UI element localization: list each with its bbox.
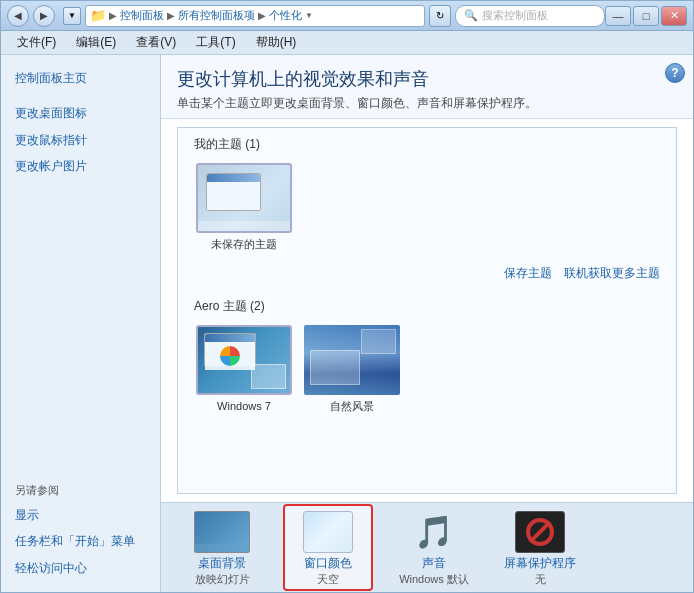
address-sep1: ▶ — [109, 10, 117, 21]
address-sep2: ▶ — [167, 10, 175, 21]
sidebar-link-accessibility[interactable]: 轻松访问中心 — [1, 555, 160, 582]
my-themes-label: 我的主题 (1) — [194, 128, 660, 159]
search-bar[interactable]: 🔍 搜索控制面板 — [455, 5, 605, 27]
sound-icon: 🎵 — [414, 513, 454, 551]
address-sep3: ▶ — [258, 10, 266, 21]
theme-thumbnail-unsaved — [196, 163, 292, 233]
wc-label-sub: 天空 — [317, 572, 339, 587]
search-icon: 🔍 — [464, 9, 478, 22]
title-bar-left: ◀ ▶ ▼ 📁 ▶ 控制面板 ▶ 所有控制面板项 ▶ 个性化 ▼ ↻ 🔍 搜索控… — [7, 5, 605, 27]
aero-themes-grid: Windows 7 自然风景 — [194, 321, 660, 425]
bg-label-main: 桌面背景 — [198, 556, 246, 572]
address-controlpanel[interactable]: 控制面板 — [120, 8, 164, 23]
refresh-button[interactable]: ↻ — [429, 5, 451, 27]
sidebar-link-display[interactable]: 显示 — [1, 502, 160, 529]
themes-area: 我的主题 (1) — [161, 119, 693, 502]
my-themes-grid: 未保存的主题 — [194, 159, 660, 263]
content-header: 更改计算机上的视觉效果和声音 单击某个主题立即更改桌面背景、窗口颜色、声音和屏幕… — [161, 55, 693, 119]
theme-actions: 保存主题 联机获取更多主题 — [194, 263, 660, 290]
sidebar-link-account-pic[interactable]: 更改帐户图片 — [1, 153, 160, 180]
address-icon: 📁 — [90, 8, 106, 23]
menu-edit[interactable]: 编辑(E) — [68, 32, 124, 53]
themes-scroll[interactable]: 我的主题 (1) — [177, 127, 677, 494]
bottom-item-desktop-bg[interactable]: 桌面背景 放映幻灯片 — [177, 508, 267, 587]
theme-label-win7: Windows 7 — [217, 399, 271, 413]
main-area: 控制面板主页 更改桌面图标 更改鼠标指针 更改帐户图片 另请参阅 显示 任务栏和… — [1, 55, 693, 592]
wc-icon — [303, 511, 353, 553]
nature-thumb-win — [310, 350, 360, 385]
ss-label-sub: 无 — [535, 572, 546, 587]
back-button[interactable]: ◀ — [7, 5, 29, 27]
sound-label-main: 声音 — [422, 556, 446, 572]
sidebar-link-taskbar[interactable]: 任务栏和「开始」菜单 — [1, 528, 160, 555]
main-window: ◀ ▶ ▼ 📁 ▶ 控制面板 ▶ 所有控制面板项 ▶ 个性化 ▼ ↻ 🔍 搜索控… — [0, 0, 694, 593]
theme-label-unsaved: 未保存的主题 — [211, 237, 277, 251]
theme-item-windows7[interactable]: Windows 7 — [194, 321, 294, 417]
bottom-bar: 桌面背景 放映幻灯片 窗口颜色 天空 🎵 — [161, 502, 693, 592]
bg-label-sub: 放映幻灯片 — [195, 572, 250, 587]
thumb-desktop — [198, 221, 290, 231]
sound-label-sub: Windows 默认 — [399, 572, 469, 587]
bottom-item-window-color[interactable]: 窗口颜色 天空 — [283, 504, 373, 591]
content-title: 更改计算机上的视觉效果和声音 — [177, 67, 677, 91]
thumb-window — [206, 173, 261, 211]
bg-icon — [194, 511, 250, 553]
also-see-label: 另请参阅 — [1, 469, 160, 502]
menu-view[interactable]: 查看(V) — [128, 32, 184, 53]
menu-help[interactable]: 帮助(H) — [248, 32, 305, 53]
forward-button[interactable]: ▶ — [33, 5, 55, 27]
address-bar[interactable]: 📁 ▶ 控制面板 ▶ 所有控制面板项 ▶ 个性化 ▼ — [85, 5, 425, 27]
bg-icon-container — [194, 508, 250, 556]
bottom-item-sound[interactable]: 🎵 声音 Windows 默认 — [389, 508, 479, 587]
nav-history: ▼ — [63, 7, 81, 25]
search-placeholder: 搜索控制面板 — [482, 8, 548, 23]
theme-thumbnail-windows — [196, 325, 292, 395]
online-themes-link[interactable]: 联机获取更多主题 — [564, 265, 660, 282]
ss-label-main: 屏幕保护程序 — [504, 556, 576, 572]
sidebar: 控制面板主页 更改桌面图标 更改鼠标指针 更改帐户图片 另请参阅 显示 任务栏和… — [1, 55, 161, 592]
nature-thumb-win2 — [361, 329, 396, 354]
ss-icon-container — [512, 508, 568, 556]
theme-thumbnail-nature — [304, 325, 400, 395]
bg-icon-bottom — [195, 544, 249, 552]
sidebar-link-home[interactable]: 控制面板主页 — [1, 65, 160, 92]
thumb-inner-win — [198, 327, 290, 393]
thumb-secondary-win — [251, 364, 286, 389]
wc-label-main: 窗口颜色 — [304, 556, 352, 572]
content-subtitle: 单击某个主题立即更改桌面背景、窗口颜色、声音和屏幕保护程序。 — [177, 95, 677, 112]
bottom-item-screensaver[interactable]: 屏幕保护程序 无 — [495, 508, 585, 587]
windows-logo — [220, 346, 240, 366]
content-panel: ? 更改计算机上的视觉效果和声音 单击某个主题立即更改桌面背景、窗口颜色、声音和… — [161, 55, 693, 592]
menu-file[interactable]: 文件(F) — [9, 32, 64, 53]
menu-tools[interactable]: 工具(T) — [188, 32, 243, 53]
address-personalize[interactable]: 个性化 — [269, 8, 302, 23]
thumb-content-win — [205, 342, 255, 370]
thumbnail-inner — [198, 165, 290, 231]
ss-no-icon — [526, 518, 554, 546]
thumb-window-title — [207, 174, 260, 182]
dropdown-btn[interactable]: ▼ — [63, 7, 81, 25]
maximize-button[interactable]: □ — [633, 6, 659, 26]
minimize-button[interactable]: — — [605, 6, 631, 26]
sidebar-link-desktop-icons[interactable]: 更改桌面图标 — [1, 100, 160, 127]
theme-item-nature[interactable]: 自然风景 — [302, 321, 402, 417]
address-dropdown-arrow[interactable]: ▼ — [305, 11, 313, 20]
ss-icon — [515, 511, 565, 553]
menu-bar: 文件(F) 编辑(E) 查看(V) 工具(T) 帮助(H) — [1, 31, 693, 55]
wc-icon-container — [300, 508, 356, 556]
help-button[interactable]: ? — [665, 63, 685, 83]
window-controls: — □ ✕ — [605, 6, 687, 26]
thumb-title-win — [205, 334, 255, 342]
theme-item-unsaved[interactable]: 未保存的主题 — [194, 159, 294, 255]
address-all-items[interactable]: 所有控制面板项 — [178, 8, 255, 23]
thumb-window-win — [204, 333, 256, 367]
title-bar: ◀ ▶ ▼ 📁 ▶ 控制面板 ▶ 所有控制面板项 ▶ 个性化 ▼ ↻ 🔍 搜索控… — [1, 1, 693, 31]
sound-icon-container: 🎵 — [406, 508, 462, 556]
sidebar-link-mouse[interactable]: 更改鼠标指针 — [1, 127, 160, 154]
theme-label-nature: 自然风景 — [330, 399, 374, 413]
close-button[interactable]: ✕ — [661, 6, 687, 26]
aero-themes-label: Aero 主题 (2) — [194, 290, 660, 321]
thumb-window-content — [207, 182, 260, 210]
save-theme-link[interactable]: 保存主题 — [504, 265, 552, 282]
